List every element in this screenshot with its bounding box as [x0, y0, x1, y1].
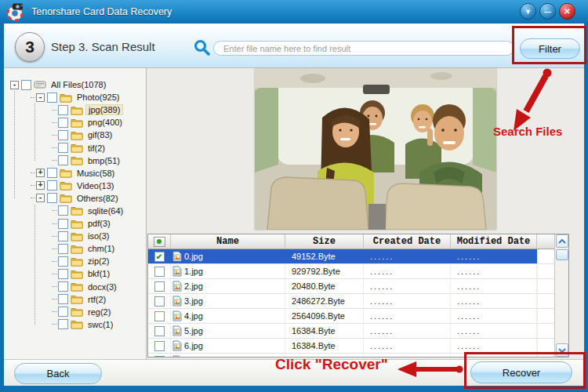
search-input[interactable]	[213, 41, 514, 56]
tree-item-music[interactable]: +Music(58)	[4, 167, 146, 180]
tree-item-bkf[interactable]: bkf(1)	[4, 267, 146, 280]
scroll-thumb[interactable]	[556, 249, 568, 260]
scroll-down-button[interactable]	[556, 343, 568, 357]
tree-item-label: zip(2)	[85, 256, 112, 266]
folder-icon	[71, 281, 83, 292]
row-checkbox[interactable]	[154, 281, 165, 292]
tree-item-all-files[interactable]: -All Files(1078)	[4, 78, 146, 91]
expand-toggle-icon[interactable]: +	[36, 181, 45, 190]
expand-toggle-icon[interactable]: +	[36, 169, 45, 177]
row-checkbox-cell	[148, 294, 171, 308]
file-created-date: ......	[364, 324, 451, 338]
file-name: 3.jpg	[184, 296, 203, 306]
tree-checkbox[interactable]	[58, 205, 68, 216]
tree-item-jpg[interactable]: jpg(389)	[4, 103, 146, 116]
collapse-toggle-icon[interactable]: -	[10, 81, 19, 89]
tree-checkbox[interactable]	[58, 319, 68, 329]
back-button[interactable]: Back	[14, 363, 102, 384]
tree-checkbox[interactable]	[47, 193, 57, 203]
tree-item-tif[interactable]: tif(2)	[4, 141, 146, 154]
tree-checkbox[interactable]	[58, 244, 68, 254]
tree-item-chm[interactable]: chm(1)	[4, 242, 146, 255]
tree-item-pdf[interactable]: pdf(3)	[4, 217, 146, 230]
tree-item-swc[interactable]: swc(1)	[4, 318, 146, 331]
file-name-cell: 0.jpg	[171, 249, 285, 263]
table-row-3.jpg[interactable]: 3.jpg2486272.Byte............	[148, 294, 568, 309]
row-checkbox-cell	[148, 309, 171, 323]
tree-item-photo[interactable]: -Photo(925)	[4, 91, 146, 103]
tree-checkbox[interactable]	[58, 256, 68, 267]
tree-item-label: sqlite(64)	[85, 206, 125, 216]
row-checkbox[interactable]: ✔	[154, 252, 165, 262]
window-title: Tenorshare Card Data Recovery	[31, 6, 172, 17]
tree-checkbox[interactable]	[58, 307, 68, 317]
column-header-name[interactable]: Name	[171, 234, 285, 249]
tree-checkbox[interactable]	[58, 118, 68, 128]
tree-item-others[interactable]: -Others(82)	[4, 192, 146, 205]
column-header-size[interactable]: Size	[285, 234, 364, 249]
tree-checkbox[interactable]	[58, 219, 68, 229]
tree-checkbox[interactable]	[58, 143, 68, 153]
row-checkbox[interactable]	[154, 326, 165, 336]
tree-item-label: Video(13)	[74, 181, 117, 191]
file-name: 5.jpg	[184, 326, 203, 336]
tree-checkbox[interactable]	[58, 294, 68, 304]
scroll-up-button[interactable]	[556, 234, 568, 248]
menu-button[interactable]: ▼	[520, 3, 536, 20]
filter-button[interactable]: Filter	[520, 38, 580, 59]
row-checkbox[interactable]	[154, 341, 165, 351]
tree-item-sqlite[interactable]: sqlite(64)	[4, 205, 146, 217]
tree-checkbox[interactable]	[58, 281, 68, 292]
tree-item-png[interactable]: png(400)	[4, 116, 146, 129]
tree-checkbox[interactable]	[21, 80, 31, 90]
tree-checkbox[interactable]	[47, 93, 57, 103]
tree-item-label: rtf(2)	[85, 295, 108, 304]
tree-checkbox[interactable]	[58, 269, 68, 279]
tree-checkbox[interactable]	[58, 231, 68, 241]
column-header-modified[interactable]: Modified Date	[451, 234, 537, 249]
row-checkbox[interactable]	[154, 296, 165, 307]
tree-item-label: docx(3)	[85, 282, 119, 292]
table-row-partial[interactable]	[148, 354, 568, 358]
collapse-toggle-icon[interactable]: -	[36, 93, 45, 102]
row-checkbox[interactable]	[154, 267, 165, 277]
recover-button[interactable]: Recover	[470, 361, 572, 383]
tree-item-zip[interactable]: zip(2)	[4, 255, 146, 267]
tree-item-video[interactable]: +Video(13)	[4, 180, 146, 192]
table-scrollbar[interactable]	[554, 234, 568, 357]
table-row-1.jpg[interactable]: 1.jpg929792.Byte............	[148, 264, 568, 279]
file-created-date: ......	[364, 249, 451, 263]
table-row-0.jpg[interactable]: ✔0.jpg49152.Byte............	[148, 249, 568, 264]
tree-item-docx[interactable]: docx(3)	[4, 281, 146, 293]
tree-item-bmp[interactable]: bmp(51)	[4, 154, 146, 167]
tree-connector	[53, 286, 57, 287]
tree-connector	[53, 299, 57, 299]
table-row-4.jpg[interactable]: 4.jpg2564096.Byte............	[148, 309, 568, 324]
tree-checkbox[interactable]	[47, 180, 57, 191]
tree-checkbox[interactable]	[58, 130, 68, 140]
tree-checkbox[interactable]	[58, 155, 68, 165]
tree-item-reg[interactable]: reg(2)	[4, 306, 146, 318]
tree-item-label: tif(2)	[85, 143, 107, 153]
column-header-created[interactable]: Created Date	[364, 234, 451, 249]
tree-item-gif[interactable]: gif(83)	[4, 129, 146, 141]
select-all-header[interactable]	[148, 234, 171, 249]
file-size: 2486272.Byte	[285, 294, 364, 308]
tree-item-rtf[interactable]: rtf(2)	[4, 293, 146, 306]
table-row-2.jpg[interactable]: 2.jpg20480.Byte............	[148, 279, 568, 294]
file-tree: -All Files(1078)-Photo(925)jpg(389)png(4…	[4, 68, 146, 359]
row-checkbox[interactable]	[154, 356, 165, 358]
table-row-6.jpg[interactable]: 6.jpg16384.Byte............	[148, 339, 568, 354]
row-checkbox-cell	[148, 354, 171, 358]
folder-icon	[71, 118, 83, 128]
folder-icon	[71, 294, 83, 304]
collapse-toggle-icon[interactable]: -	[36, 194, 45, 202]
table-row-5.jpg[interactable]: 5.jpg16384.Byte............	[148, 324, 568, 339]
app-window: Tenorshare Card Data Recovery ▼ — ✕ 3 St…	[0, 0, 588, 392]
tree-item-iso[interactable]: iso(3)	[4, 230, 146, 242]
tree-checkbox[interactable]	[58, 105, 68, 115]
close-button[interactable]: ✕	[559, 3, 575, 20]
tree-checkbox[interactable]	[47, 168, 57, 178]
minimize-button[interactable]: —	[539, 3, 556, 20]
row-checkbox[interactable]	[154, 311, 165, 321]
